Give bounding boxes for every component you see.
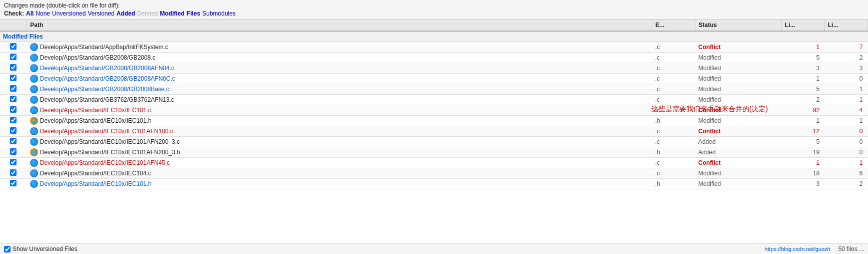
- file-path[interactable]: Develop/Apps/Standard/IEC10x/IEC101AFN20…: [40, 149, 180, 156]
- globe-icon: 🌐: [30, 75, 38, 83]
- bottom-bar: Show Unversioned Files https://blog.csdn…: [0, 243, 868, 254]
- changes-label: Changes made (double-click on file for d…: [4, 2, 864, 9]
- col-path[interactable]: Path: [27, 20, 652, 31]
- file-status: Modified: [695, 84, 781, 95]
- row-checkbox[interactable]: [10, 117, 17, 123]
- row-checkbox[interactable]: [10, 54, 17, 60]
- table-row[interactable]: 🌐Develop/Apps/Standard/IEC10x/IEC101AFN2…: [0, 147, 868, 158]
- check-versioned[interactable]: Versioned: [88, 10, 114, 17]
- file-path[interactable]: Develop/Apps/Standard/IEC10x/IEC101AFN10…: [40, 128, 173, 135]
- table-row[interactable]: 🌐Develop/Apps/Standard/IEC10x/IEC101.h.h…: [0, 116, 868, 126]
- show-unversioned-checkbox[interactable]: [4, 246, 11, 252]
- globe-icon: 🌐: [30, 54, 38, 62]
- col-li1[interactable]: Li...: [781, 20, 824, 31]
- li2-count: 1: [824, 95, 867, 105]
- row-checkbox[interactable]: [10, 85, 17, 92]
- file-ext: .h: [652, 147, 695, 158]
- row-checkbox[interactable]: [10, 106, 17, 113]
- li2-count: 1: [824, 158, 867, 168]
- table-row[interactable]: 🌐Develop/Apps/Standard/GB2008/GB2008Base…: [0, 84, 868, 95]
- table-row[interactable]: 🌐Develop/Apps/Standard/IEC10x/IEC101.h.h…: [0, 179, 868, 189]
- col-ext[interactable]: E...: [652, 20, 695, 31]
- file-path[interactable]: Develop/Apps/Standard/AppBsp/InitFKSyste…: [40, 44, 168, 51]
- globe-icon: 🌐: [30, 127, 38, 135]
- globe-yellow-icon: 🌐: [30, 148, 38, 156]
- table-row[interactable]: 🌐Develop/Apps/Standard/GB3762/GB3762AFN1…: [0, 95, 868, 105]
- table-row[interactable]: 🌐Develop/Apps/Standard/GB2008/GB2008AFN0…: [0, 74, 868, 84]
- row-checkbox[interactable]: [10, 75, 17, 81]
- file-path[interactable]: Develop/Apps/Standard/IEC10x/IEC104.c: [40, 170, 151, 177]
- row-checkbox[interactable]: [10, 180, 17, 186]
- check-all[interactable]: All: [26, 10, 34, 17]
- files-count: 50 files ...: [838, 245, 864, 252]
- check-unversioned[interactable]: Unversioned: [52, 10, 86, 17]
- section-label: Modified Files: [0, 31, 868, 42]
- li1-count: 18: [781, 168, 824, 179]
- file-path[interactable]: Develop/Apps/Standard/GB2008/GB2008.c: [40, 54, 156, 61]
- table-row[interactable]: 🌐Develop/Apps/Standard/GB2008/GB2008AFN0…: [0, 63, 868, 74]
- file-ext: .h: [652, 179, 695, 189]
- file-path[interactable]: Develop/Apps/Standard/IEC10x/IEC101AFN45…: [40, 159, 170, 166]
- li1-count: 5: [781, 53, 824, 63]
- file-ext: .c: [652, 158, 695, 168]
- file-path[interactable]: Develop/Apps/Standard/IEC10x/IEC101.h: [40, 180, 152, 187]
- row-checkbox[interactable]: [10, 148, 17, 155]
- row-checkbox[interactable]: [10, 64, 17, 71]
- check-modified[interactable]: Modified: [160, 10, 185, 17]
- check-files[interactable]: Files: [187, 10, 200, 17]
- li1-count: 5: [781, 84, 824, 95]
- li2-count: 0: [824, 137, 867, 147]
- file-path[interactable]: Develop/Apps/Standard/GB3762/GB3762AFN13…: [40, 96, 174, 103]
- file-ext: .c: [652, 42, 695, 53]
- row-checkbox[interactable]: [10, 169, 17, 176]
- table-row[interactable]: 🌐Develop/Apps/Standard/AppBsp/InitFKSyst…: [0, 42, 868, 53]
- file-status: Added: [695, 137, 781, 147]
- table-row[interactable]: 🌐Develop/Apps/Standard/IEC10x/IEC104.c.c…: [0, 168, 868, 179]
- globe-icon: 🌐: [30, 43, 38, 51]
- show-unversioned-label: Show Unversioned Files: [13, 245, 77, 252]
- file-path[interactable]: Develop/Apps/Standard/GB2008/GB2008AFN04…: [40, 65, 174, 72]
- li1-count: 3: [781, 63, 824, 74]
- col-checkbox: [0, 20, 27, 31]
- show-unversioned[interactable]: Show Unversioned Files: [4, 245, 77, 252]
- row-checkbox[interactable]: [10, 138, 17, 144]
- table-row[interactable]: 🌐Develop/Apps/Standard/GB2008/GB2008.c.c…: [0, 53, 868, 63]
- file-status: Modified: [695, 63, 781, 74]
- top-bar: Changes made (double-click on file for d…: [0, 0, 868, 20]
- li2-count: 2: [824, 179, 867, 189]
- file-status: Modified: [695, 168, 781, 179]
- li2-count: 0: [824, 147, 867, 158]
- file-status: Added: [695, 147, 781, 158]
- file-ext: .c: [652, 126, 695, 137]
- file-path[interactable]: Develop/Apps/Standard/GB2008/GB2008AFN0C…: [40, 75, 175, 82]
- globe-icon: 🌐: [30, 64, 38, 72]
- table-container[interactable]: Path E... Status Li... Li... Modified Fi…: [0, 20, 868, 243]
- row-checkbox[interactable]: [10, 43, 17, 50]
- li2-count: 7: [824, 42, 867, 53]
- file-path[interactable]: Develop/Apps/Standard/IEC10x/IEC101.h: [40, 117, 152, 124]
- col-status[interactable]: Status: [695, 20, 781, 31]
- check-deleted[interactable]: Deleted: [137, 10, 158, 17]
- row-checkbox[interactable]: [10, 127, 17, 134]
- file-ext: .c: [652, 84, 695, 95]
- table-row[interactable]: 🌐Develop/Apps/Standard/IEC10x/IEC101AFN2…: [0, 137, 868, 147]
- row-checkbox[interactable]: [10, 159, 17, 165]
- file-ext: .c: [652, 53, 695, 63]
- row-checkbox[interactable]: [10, 96, 17, 102]
- check-added[interactable]: Added: [117, 10, 135, 17]
- check-submodules[interactable]: Submodules: [202, 10, 236, 17]
- li1-count: 1: [781, 42, 824, 53]
- li2-count: 3: [824, 63, 867, 74]
- table-row[interactable]: 🌐Develop/Apps/Standard/IEC10x/IEC101AFN1…: [0, 126, 868, 137]
- li2-count: 6: [824, 168, 867, 179]
- file-path[interactable]: Develop/Apps/Standard/IEC10x/IEC101.c: [40, 107, 151, 114]
- file-status: Conflict: [695, 42, 781, 53]
- globe-icon: 🌐: [30, 138, 38, 146]
- file-path[interactable]: Develop/Apps/Standard/GB2008/GB2008Base.…: [40, 86, 169, 93]
- check-none[interactable]: None: [36, 10, 50, 17]
- li2-count: 4: [824, 105, 867, 116]
- table-row[interactable]: 🌐Develop/Apps/Standard/IEC10x/IEC101AFN4…: [0, 158, 868, 168]
- col-li2[interactable]: Li...: [824, 20, 867, 31]
- globe-icon: 🌐: [30, 85, 38, 93]
- file-path[interactable]: Develop/Apps/Standard/IEC10x/IEC101AFN20…: [40, 138, 180, 145]
